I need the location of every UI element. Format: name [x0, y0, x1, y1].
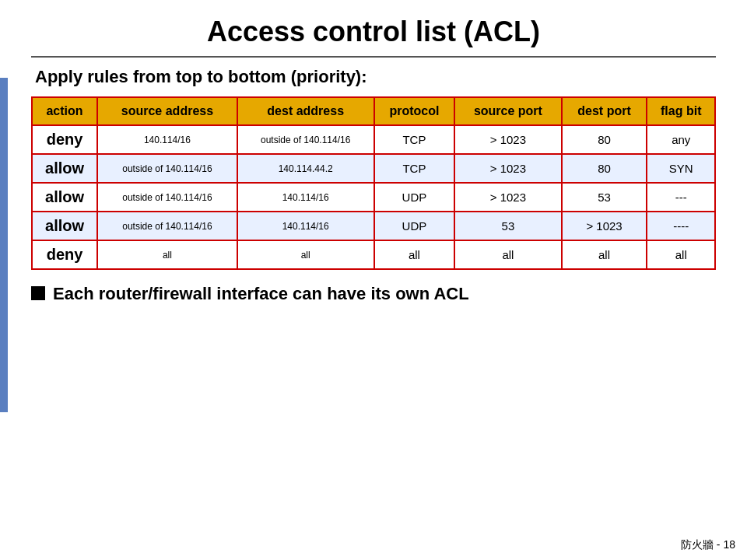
- table-cell: UDP: [374, 212, 455, 240]
- bullet-icon: [31, 286, 45, 300]
- footer-label: 防火牆 - 18: [681, 538, 735, 552]
- table-cell: allow: [32, 183, 97, 212]
- col-header-dest: dest address: [237, 97, 374, 125]
- table-row: allowoutside of 140.114/16140.114/16UDP>…: [32, 183, 715, 212]
- bullet-section: Each router/firewall interface can have …: [31, 284, 716, 304]
- table-cell: TCP: [374, 125, 455, 154]
- col-header-flag: flag bit: [647, 97, 715, 125]
- table-cell: all: [647, 240, 715, 269]
- col-header-action: action: [32, 97, 97, 125]
- table-cell: 140.114.44.2: [237, 154, 374, 183]
- table-cell: ----: [647, 212, 715, 240]
- table-cell: all: [237, 240, 374, 269]
- table-cell: TCP: [374, 154, 455, 183]
- subtitle: Apply rules from top to bottom (priority…: [35, 67, 716, 87]
- table-cell: 140.114/16: [97, 125, 237, 154]
- table-row: allowoutside of 140.114/16140.114/16UDP5…: [32, 212, 715, 240]
- col-header-source: source address: [97, 97, 237, 125]
- table-cell: outside of 140.114/16: [97, 183, 237, 212]
- table-cell: > 1023: [562, 212, 647, 240]
- table-row: allowoutside of 140.114/16140.114.44.2TC…: [32, 154, 715, 183]
- table-cell: outside of 140.114/16: [97, 212, 237, 240]
- table-row: deny140.114/16outside of 140.114/16TCP> …: [32, 125, 715, 154]
- table-cell: any: [647, 125, 715, 154]
- col-header-srcport: source port: [454, 97, 561, 125]
- table-cell: 80: [562, 125, 647, 154]
- table-cell: all: [454, 240, 561, 269]
- table-cell: 80: [562, 154, 647, 183]
- table-cell: > 1023: [454, 154, 561, 183]
- table-cell: 140.114/16: [237, 183, 374, 212]
- table-wrapper: action source address dest address proto…: [31, 96, 716, 270]
- table-cell: all: [374, 240, 455, 269]
- table-row: denyallallallallallall: [32, 240, 715, 269]
- table-cell: 53: [454, 212, 561, 240]
- table-cell: 140.114/16: [237, 212, 374, 240]
- slide: Access control list (ACL) Apply rules fr…: [0, 0, 747, 560]
- table-cell: deny: [32, 240, 97, 269]
- table-cell: UDP: [374, 183, 455, 212]
- table-cell: allow: [32, 212, 97, 240]
- table-cell: > 1023: [454, 125, 561, 154]
- table-cell: 53: [562, 183, 647, 212]
- acl-table: action source address dest address proto…: [31, 96, 716, 270]
- table-cell: outside of 140.114/16: [237, 125, 374, 154]
- table-cell: ---: [647, 183, 715, 212]
- table-cell: allow: [32, 154, 97, 183]
- table-cell: all: [97, 240, 237, 269]
- page-title: Access control list (ACL): [31, 16, 716, 58]
- col-header-dstport: dest port: [562, 97, 647, 125]
- left-decoration-bar: [0, 78, 8, 412]
- table-cell: outside of 140.114/16: [97, 154, 237, 183]
- col-header-protocol: protocol: [374, 97, 455, 125]
- table-cell: all: [562, 240, 647, 269]
- bullet-text: Each router/firewall interface can have …: [53, 284, 469, 304]
- table-cell: deny: [32, 125, 97, 154]
- table-cell: > 1023: [454, 183, 561, 212]
- table-cell: SYN: [647, 154, 715, 183]
